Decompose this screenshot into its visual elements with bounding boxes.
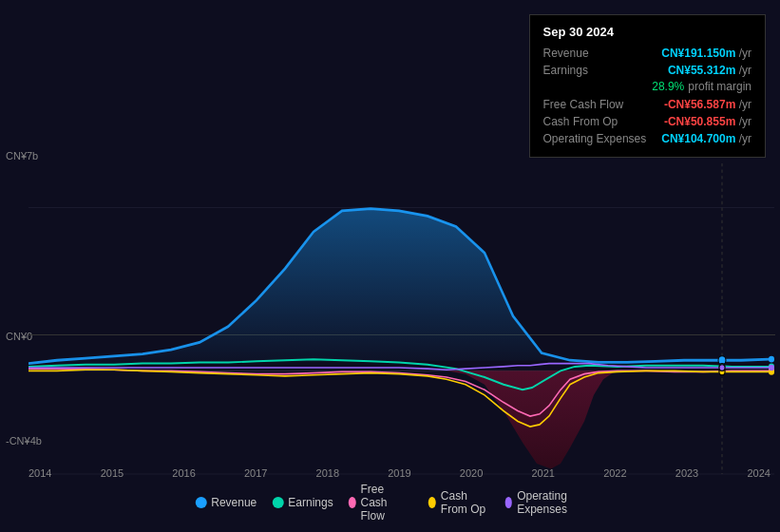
x-label-2020: 2020 [460, 467, 483, 479]
legend-revenue-dot [195, 497, 206, 508]
tooltip-cashfromop-label: Cash From Op [543, 115, 618, 128]
tooltip-date: Sep 30 2024 [543, 25, 751, 39]
legend-revenue-label: Revenue [211, 496, 257, 509]
x-label-2016: 2016 [172, 467, 195, 479]
x-label-2023: 2023 [675, 467, 698, 479]
legend-opex[interactable]: Operating Expenses [504, 489, 584, 516]
x-label-2024: 2024 [747, 467, 770, 479]
x-labels: 2014 2015 2016 2017 2018 2019 2020 2021 … [29, 467, 770, 479]
tooltip-earnings-value: CN¥55.312m /yr [668, 64, 751, 77]
chart-container: Sep 30 2024 Revenue CN¥191.150m /yr Earn… [0, 0, 780, 532]
legend-fcf-dot [349, 497, 356, 508]
x-label-2022: 2022 [603, 467, 626, 479]
tooltip-fcf-label: Free Cash Flow [543, 98, 624, 111]
legend-opex-dot [504, 497, 512, 508]
legend-earnings-dot [272, 497, 283, 508]
tooltip-profit-margin-row: 28.9% profit margin [543, 79, 751, 96]
tooltip-revenue-label: Revenue [543, 47, 589, 60]
legend-fcf[interactable]: Free Cash Flow [349, 483, 413, 522]
x-label-2015: 2015 [101, 467, 124, 479]
svg-point-9 [719, 365, 725, 371]
tooltip-profit-margin-label: profit margin [688, 80, 751, 93]
tooltip-cashfromop-row: Cash From Op -CN¥50.855m /yr [543, 113, 751, 130]
tooltip-revenue-value: CN¥191.150m /yr [661, 47, 751, 60]
tooltip-fcf-row: Free Cash Flow -CN¥56.587m /yr [543, 96, 751, 113]
x-label-2017: 2017 [244, 467, 267, 479]
tooltip-box: Sep 30 2024 Revenue CN¥191.150m /yr Earn… [529, 14, 766, 158]
x-label-2014: 2014 [29, 467, 51, 479]
tooltip-fcf-value: -CN¥56.587m /yr [664, 98, 751, 111]
legend-revenue[interactable]: Revenue [195, 496, 257, 509]
x-label-2018: 2018 [316, 467, 339, 479]
tooltip-cashfromop-value: -CN¥50.855m /yr [664, 115, 751, 128]
legend-earnings[interactable]: Earnings [272, 496, 333, 509]
legend-fcf-label: Free Cash Flow [361, 483, 413, 522]
svg-point-10 [769, 356, 774, 363]
x-label-2021: 2021 [531, 467, 554, 479]
legend-earnings-label: Earnings [288, 496, 333, 509]
svg-point-14 [769, 365, 774, 371]
tooltip-profit-margin-value: 28.9% [652, 80, 684, 93]
tooltip-earnings-label: Earnings [543, 64, 588, 77]
legend-cashfromop[interactable]: Cash From Op [428, 489, 489, 516]
tooltip-opex-row: Operating Expenses CN¥104.700m /yr [543, 130, 751, 147]
tooltip-opex-value: CN¥104.700m /yr [661, 132, 751, 145]
legend-cashfromop-dot [428, 497, 436, 508]
legend: Revenue Earnings Free Cash Flow Cash Fro… [195, 483, 585, 522]
legend-opex-label: Operating Expenses [517, 489, 585, 516]
tooltip-revenue-row: Revenue CN¥191.150m /yr [543, 45, 751, 62]
tooltip-opex-label: Operating Expenses [543, 132, 647, 145]
tooltip-earnings-row: Earnings CN¥55.312m /yr [543, 62, 751, 79]
x-label-2019: 2019 [388, 467, 410, 479]
legend-cashfromop-label: Cash From Op [441, 489, 489, 516]
